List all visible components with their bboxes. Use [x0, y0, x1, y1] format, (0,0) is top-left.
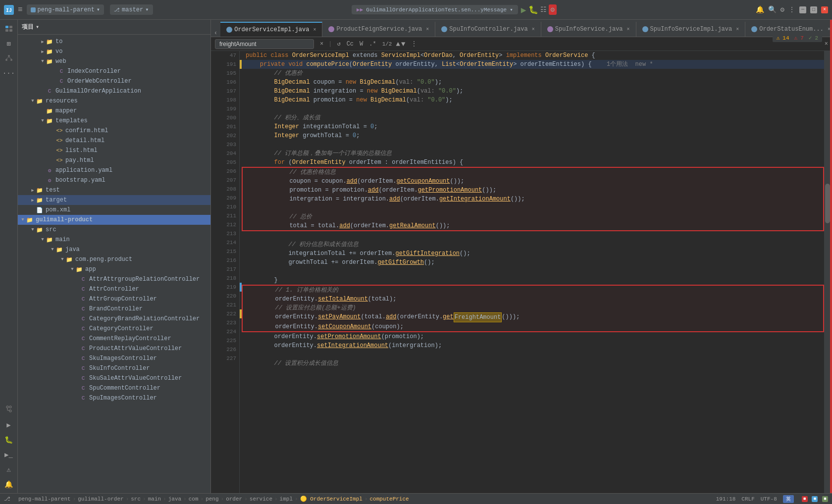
file-tree-content[interactable]: ▶ 📁 to ▶ 📁 vo ▼ 📁 web C IndexController	[18, 35, 210, 493]
more-icon[interactable]: ⋮	[788, 5, 795, 14]
refresh-btn[interactable]: ↺	[335, 39, 342, 49]
breadcrumb-item-service[interactable]: service	[250, 496, 272, 502]
breadcrumb-item-impl[interactable]: impl	[280, 496, 293, 502]
regex-btn[interactable]: .*	[367, 40, 378, 49]
breadcrumb-item-java[interactable]: java	[168, 496, 181, 502]
run-config[interactable]: ▶▶ GulimallOrderApplicationTest.sen...yM…	[352, 5, 518, 14]
tree-item-web[interactable]: ▼ 📁 web	[18, 56, 210, 66]
tree-item-appyaml[interactable]: ⚙ application.yaml	[18, 165, 210, 175]
run-button[interactable]: ▶	[521, 4, 526, 15]
tree-item-src[interactable]: ▼ 📁 src	[18, 225, 210, 235]
tab-close[interactable]: ×	[627, 27, 630, 32]
tree-item-detail[interactable]: <> detail.html	[18, 136, 210, 146]
breadcrumb-item-module[interactable]: gulimall-order	[78, 496, 123, 502]
word-btn[interactable]: W	[358, 40, 365, 49]
breadcrumb-item-order[interactable]: order	[226, 496, 242, 502]
tree-item-pomxml[interactable]: 📄 pom.xml	[18, 205, 210, 215]
breadcrumb-item-root[interactable]: peng-mall-parent	[18, 496, 71, 502]
code-content-area[interactable]: public class OrderServiceImpl extends Se…	[242, 51, 824, 493]
run-icon[interactable]: ▶	[2, 418, 16, 432]
tree-item-confirm[interactable]: <> confirm.html	[18, 126, 210, 136]
tab-close[interactable]: ×	[736, 27, 739, 32]
tree-item-CommentReplayController[interactable]: C CommentReplayController	[18, 334, 210, 344]
coverage-button[interactable]: ☷	[540, 5, 547, 14]
tree-item-templates[interactable]: ▼ 📁 templates	[18, 116, 210, 126]
tab-close[interactable]: ×	[426, 27, 429, 32]
language-indicator[interactable]: 英	[783, 495, 794, 503]
tab-spuinfocontroller[interactable]: SpuInfoController.java ×	[435, 22, 541, 37]
tab-spuinfoservice[interactable]: SpuInfoService.java ×	[541, 22, 636, 37]
project-tree-icon[interactable]	[2, 22, 16, 36]
debug-side-icon[interactable]: 🐛	[2, 433, 16, 447]
breadcrumb-item-com[interactable]: com	[189, 496, 199, 502]
git-icon[interactable]	[2, 402, 16, 416]
terminal-icon[interactable]: ▶_	[2, 448, 16, 461]
search-close-x[interactable]: ×	[825, 41, 828, 48]
tree-item-gulimallorderapplication[interactable]: C GulimallOrderApplication	[18, 86, 210, 96]
tree-item-main[interactable]: ▼ 📁 main	[18, 235, 210, 245]
tree-item-gulimall-product[interactable]: ▼ 📁 gulimall-product	[18, 215, 210, 225]
notifications-icon[interactable]: 🔔	[756, 5, 764, 14]
tree-item-java[interactable]: ▼ 📁 java	[18, 245, 210, 254]
tab-spuinfoserviceimpl[interactable]: SpuInfoServiceImpl.java ×	[636, 22, 746, 37]
encoding[interactable]: UTF-8	[761, 496, 777, 502]
tree-item-target[interactable]: ▶ 📁 target	[18, 195, 210, 205]
back-button[interactable]: ‹	[211, 30, 220, 37]
close-button[interactable]: ×	[821, 6, 828, 13]
tree-item-SkuImagesController[interactable]: C SkuImagesController	[18, 353, 210, 363]
debug-button[interactable]: 🐛	[528, 5, 538, 15]
tab-close[interactable]: ×	[313, 27, 316, 33]
search-icon[interactable]: 🔍	[768, 5, 777, 14]
breadcrumb-item-peng[interactable]: peng	[206, 496, 218, 502]
tree-item-SpuImagesController[interactable]: C SpuImagesController	[18, 393, 210, 403]
search-input[interactable]	[215, 39, 314, 49]
hamburger-icon[interactable]: ≡	[18, 5, 23, 14]
tree-item-CategoryBrandRelationController[interactable]: C CategoryBrandRelationController	[18, 314, 210, 324]
run-menu-icon[interactable]: ⚙	[549, 4, 557, 15]
breadcrumb-item-class[interactable]: 🟡 OrderServiceImpl	[300, 496, 363, 502]
tab-close[interactable]: ×	[532, 27, 535, 32]
tree-item-test[interactable]: ▶ 📁 test	[18, 185, 210, 195]
tree-item-AttrController[interactable]: C AttrController	[18, 284, 210, 294]
more-tools-icon[interactable]: ···	[2, 66, 16, 80]
case-btn[interactable]: Cc	[345, 40, 356, 49]
notifications-side-icon[interactable]: 🔔	[2, 477, 16, 491]
breadcrumb[interactable]: peng-mall-parent › gulimall-order › src …	[18, 496, 409, 502]
tree-item-BrandController[interactable]: C BrandController	[18, 304, 210, 314]
project-selector[interactable]: peng-mall-parent ▾	[27, 4, 104, 15]
tree-item-mapper[interactable]: 📁 mapper	[18, 106, 210, 116]
tree-item-vo[interactable]: ▶ 📁 vo	[18, 47, 210, 56]
breadcrumb-item-main[interactable]: main	[148, 496, 161, 502]
tab-productfeignservice[interactable]: ProductFeignService.java ×	[322, 22, 435, 37]
maximize-button[interactable]: □	[810, 6, 817, 13]
breadcrumb-item-src[interactable]: src	[131, 496, 141, 502]
tree-item-resources[interactable]: ▼ 📁 resources	[18, 96, 210, 106]
bookmarks-icon[interactable]: ⊞	[2, 37, 16, 50]
tab-orderserviceimpl[interactable]: OrderServiceImpl.java ×	[220, 22, 322, 37]
tree-item-SkuSaleAttrValueController[interactable]: C SkuSaleAttrValueController	[18, 373, 210, 383]
tree-item-list[interactable]: <> list.html	[18, 146, 210, 155]
tree-item-to[interactable]: ▶ 📁 to	[18, 37, 210, 47]
breadcrumb-item-method[interactable]: computePrice	[369, 496, 409, 502]
problems-icon[interactable]: ⚠	[2, 462, 16, 476]
line-ending[interactable]: CRLF	[741, 496, 754, 502]
vcs-icon[interactable]: ⎇	[4, 496, 10, 502]
window-controls[interactable]: ─ □ ×	[799, 6, 828, 13]
structure-icon[interactable]	[2, 51, 16, 65]
settings-icon[interactable]: ⚙	[780, 5, 784, 14]
branch-selector[interactable]: ⎇ master ▾	[110, 4, 153, 15]
tree-item-SpuCommentController[interactable]: C SpuCommentController	[18, 383, 210, 393]
tree-item-orderwebcontroller[interactable]: C OrderWebController	[18, 76, 210, 86]
tree-item-AttrGroupController[interactable]: C AttrGroupController	[18, 294, 210, 304]
close-search-btn[interactable]: ×	[318, 40, 325, 49]
search-options[interactable]: ⋮	[411, 40, 417, 48]
tree-item-indexcontroller[interactable]: C IndexController	[18, 66, 210, 76]
search-down[interactable]: ▼	[401, 40, 405, 48]
tree-item-ProductAttrValueController[interactable]: C ProductAttrValueController	[18, 344, 210, 353]
tree-item-CategoryController[interactable]: C CategoryController	[18, 324, 210, 334]
tree-item-SkuInfoController[interactable]: C SkuInfoController	[18, 363, 210, 373]
tree-item-bootstrap[interactable]: ⚙ bootstrap.yaml	[18, 175, 210, 185]
tree-item-com-peng-product[interactable]: ▼ 📁 com.peng.product	[18, 254, 210, 264]
tree-item-app[interactable]: ▼ 📁 app	[18, 264, 210, 274]
minimize-button[interactable]: ─	[799, 6, 806, 13]
